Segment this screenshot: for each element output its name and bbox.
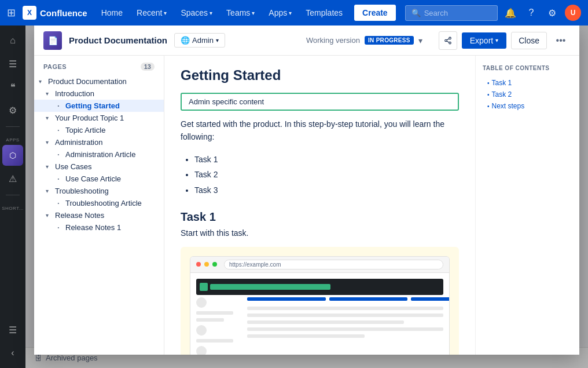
- document-body: PAGES 13 ▾ Product Documentation ▾ Intro…: [34, 56, 579, 355]
- doc-header-actions: Export ▾ Close •••: [439, 31, 570, 50]
- document-sidebar-icon[interactable]: ☰: [2, 319, 23, 340]
- search-box[interactable]: 🔍 Search: [405, 5, 498, 21]
- list-item: Task 2: [194, 168, 459, 181]
- tree-item-your-product-topic[interactable]: ▾ Your Product Topic 1: [34, 112, 164, 124]
- notifications-icon[interactable]: 🔔: [502, 5, 519, 21]
- mock-link: [247, 297, 326, 301]
- apps-sidebar-icon2[interactable]: ⚠: [2, 168, 23, 189]
- tree-item-release-notes-1[interactable]: • Release Notes 1: [34, 221, 164, 234]
- help-icon[interactable]: ?: [523, 5, 539, 21]
- nav-templates[interactable]: Templates: [301, 6, 347, 20]
- browser-window: https://example.com: [190, 256, 450, 355]
- search-placeholder: Search: [424, 9, 448, 17]
- toc-item-task2[interactable]: Task 2: [483, 89, 572, 100]
- grid-icon[interactable]: ⊞: [7, 6, 16, 19]
- tree-item-topic-article[interactable]: • Topic Article: [34, 124, 164, 136]
- version-chevron-icon[interactable]: ▾: [418, 36, 422, 45]
- pages-title: PAGES: [43, 63, 67, 70]
- tree-item-use-case-article[interactable]: • Use Case Article: [34, 173, 164, 185]
- tree-item-product-doc[interactable]: ▾ Product Documentation: [34, 75, 164, 88]
- create-button[interactable]: Create: [354, 5, 396, 21]
- tasks-list: Task 1 Task 2 Task 3: [181, 153, 459, 199]
- spaces-sidebar-icon[interactable]: ❝: [2, 76, 23, 97]
- apps-section-label: APPS: [3, 137, 21, 143]
- recent-sidebar-icon[interactable]: ☰: [2, 53, 23, 74]
- export-button[interactable]: Export ▾: [462, 32, 506, 49]
- admin-chevron-icon: ▾: [216, 37, 219, 43]
- apps-sidebar-icon1[interactable]: ⬡: [2, 145, 23, 166]
- version-section: Working version IN PROGRESS ▾: [306, 36, 422, 45]
- admin-label: Admin: [192, 36, 214, 45]
- confluence-logo[interactable]: X Confluence: [23, 6, 87, 20]
- close-button[interactable]: Close: [511, 32, 547, 49]
- chevron-down-icon: ▾: [46, 139, 53, 145]
- tree-item-administration-article[interactable]: • Administration Article: [34, 148, 164, 161]
- icon-sidebar: ⌂ ☰ ❝ ⚙ APPS ⬡ ⚠ SHORT... ☰ ‹: [0, 25, 25, 368]
- tree-item-release-notes[interactable]: ▾ Release Notes: [34, 209, 164, 221]
- table-of-contents-panel: TABLE OF CONTENTS Task 1 Task 2 Next ste…: [475, 56, 579, 355]
- mock-links-row: [247, 297, 443, 301]
- list-item: Task 1: [194, 153, 459, 166]
- mock-circle-2: [196, 325, 207, 336]
- browser-close-dot: [196, 262, 201, 267]
- confluence-x-icon: X: [23, 6, 36, 20]
- tree-item-introduction[interactable]: ▾ Introduction: [34, 88, 164, 100]
- mock-circle-1: [196, 297, 207, 308]
- mock-link: [411, 297, 450, 301]
- mock-row: [196, 339, 233, 343]
- document-modal: 📄 Product Documentation 🌐 Admin ▾ Workin…: [34, 25, 579, 355]
- bullet-icon: •: [55, 176, 62, 181]
- chevron-down-icon: ▾: [252, 10, 255, 16]
- bullet-icon: •: [55, 201, 62, 206]
- pages-sidebar: PAGES 13 ▾ Product Documentation ▾ Intro…: [34, 56, 164, 355]
- intro-text: Get started with the product. In this st…: [181, 118, 459, 144]
- home-sidebar-icon[interactable]: ⌂: [2, 30, 23, 51]
- mock-link: [329, 297, 408, 301]
- nav-home[interactable]: Home: [97, 6, 127, 20]
- settings-sidebar-icon[interactable]: ⚙: [2, 100, 23, 121]
- tree-item-getting-started[interactable]: • Getting Started: [34, 100, 164, 112]
- chevron-down-icon: ▾: [289, 10, 292, 16]
- in-progress-badge: IN PROGRESS: [365, 36, 414, 45]
- tree-item-troubleshooting[interactable]: ▾ Troubleshooting: [34, 185, 164, 197]
- toc-item-next-steps[interactable]: Next steps: [483, 100, 572, 112]
- user-avatar[interactable]: U: [565, 5, 581, 21]
- space-name: Product Documentation: [69, 35, 167, 45]
- svg-point-1: [444, 39, 447, 42]
- browser-bar: https://example.com: [190, 257, 449, 273]
- more-options-button[interactable]: •••: [552, 31, 570, 50]
- pages-count: 13: [141, 63, 155, 71]
- mock-circle-3: [196, 346, 207, 355]
- chevron-down-icon: ▾: [46, 212, 53, 218]
- browser-url-bar: https://example.com: [224, 260, 443, 269]
- tree-item-administration[interactable]: ▾ Administration: [34, 136, 164, 148]
- mock-row: [247, 314, 443, 317]
- share-icon: [444, 37, 452, 45]
- tree-item-use-cases[interactable]: ▾ Use Cases: [34, 161, 164, 173]
- toc-title: TABLE OF CONTENTS: [483, 65, 572, 71]
- browser-left-col: [196, 297, 242, 355]
- share-button[interactable]: [439, 31, 457, 50]
- document-header: 📄 Product Documentation 🌐 Admin ▾ Workin…: [34, 25, 579, 56]
- shortcuts-section-label: SHORT...: [0, 206, 26, 211]
- mock-nav-bar: [196, 279, 443, 295]
- mock-row: [247, 327, 443, 331]
- admin-globe-icon: 🌐: [181, 36, 190, 45]
- collapse-sidebar-icon[interactable]: ‹: [2, 343, 23, 363]
- working-version-label: Working version: [306, 36, 360, 45]
- bullet-icon: •: [55, 103, 62, 108]
- nav-spaces[interactable]: Spaces ▾: [176, 6, 217, 20]
- toc-item-task1[interactable]: Task 1: [483, 77, 572, 89]
- tree-item-troubleshooting-article[interactable]: • Troubleshooting Article: [34, 197, 164, 209]
- list-item: Task 3: [194, 184, 459, 196]
- admin-selector[interactable]: 🌐 Admin ▾: [174, 33, 225, 48]
- mock-row: [247, 320, 404, 324]
- settings-icon[interactable]: ⚙: [544, 5, 560, 21]
- nav-recent[interactable]: Recent ▾: [132, 6, 171, 20]
- admin-content-box: Admin specific content: [181, 93, 459, 111]
- nav-teams[interactable]: Teams ▾: [222, 6, 259, 20]
- mock-row: [247, 307, 443, 310]
- nav-apps[interactable]: Apps ▾: [264, 6, 296, 20]
- browser-right-col: [247, 297, 443, 355]
- export-chevron-icon: ▾: [495, 37, 498, 43]
